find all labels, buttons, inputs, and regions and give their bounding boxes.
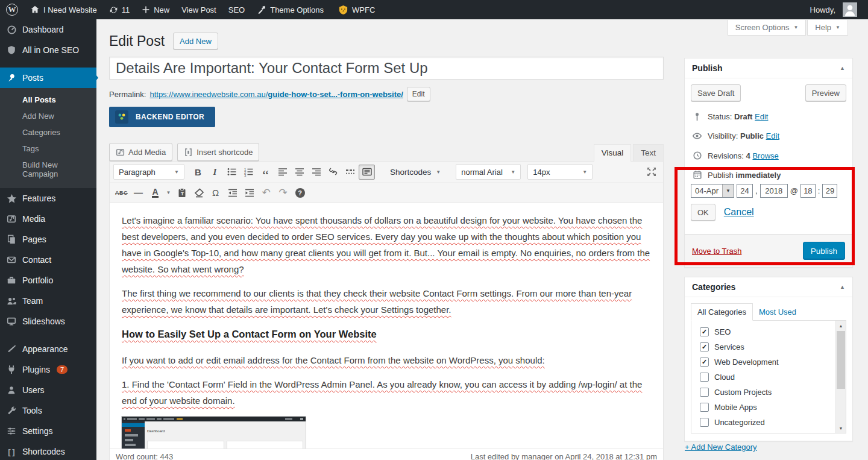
- sidebar-item-posts[interactable]: Posts: [0, 68, 96, 88]
- align-left-button[interactable]: [274, 165, 291, 180]
- clear-formatting-button[interactable]: [190, 185, 207, 200]
- sidebar-item-all-in-one-seo[interactable]: All in One SEO: [0, 40, 96, 60]
- paste-as-text-button[interactable]: T: [174, 185, 190, 200]
- minute-input[interactable]: 29: [822, 184, 837, 198]
- categories-panel-header[interactable]: Categories ▲: [685, 277, 852, 297]
- blockquote-button[interactable]: “: [257, 165, 274, 180]
- edit-visibility-link[interactable]: Edit: [766, 131, 779, 140]
- indent-button[interactable]: [241, 185, 257, 200]
- horizontal-rule-button[interactable]: —: [130, 185, 146, 200]
- bold-button[interactable]: B: [190, 165, 206, 180]
- collapse-icon[interactable]: ▲: [840, 65, 845, 71]
- align-center-button[interactable]: [291, 165, 307, 180]
- numbered-list-button[interactable]: 123: [241, 165, 257, 180]
- checkbox[interactable]: [700, 342, 709, 351]
- strikethrough-button[interactable]: ABC: [113, 185, 130, 200]
- checkbox[interactable]: [700, 373, 709, 382]
- submenu-tags[interactable]: Tags: [0, 140, 96, 157]
- seo-menu[interactable]: SEO: [222, 0, 251, 19]
- special-character-button[interactable]: Ω: [207, 185, 224, 200]
- submenu-categories[interactable]: Categories: [0, 124, 96, 140]
- sidebar-item-contact[interactable]: Contact: [0, 250, 96, 270]
- bullet-list-button[interactable]: [224, 165, 240, 180]
- scroll-up-arrow[interactable]: ▲: [836, 321, 846, 330]
- italic-button[interactable]: I: [207, 165, 223, 180]
- link-button[interactable]: [325, 165, 341, 180]
- editor-content[interactable]: Let's imagine a familiar scenario: You h…: [110, 203, 663, 449]
- sidebar-item-portfolio[interactable]: Portfolio: [0, 270, 96, 291]
- permalink-edit-button[interactable]: Edit: [407, 87, 430, 101]
- new-menu[interactable]: New: [136, 0, 175, 19]
- shortcodes-dropdown[interactable]: Shortcodes▼: [384, 165, 447, 180]
- tab-all-categories[interactable]: All Categories: [691, 303, 753, 321]
- scroll-down-arrow[interactable]: ▼: [836, 423, 846, 433]
- publish-button[interactable]: Publish: [803, 242, 845, 260]
- font-family-select[interactable]: normal Arial▼: [456, 164, 521, 180]
- insert-shortcode-button[interactable]: Insert shortcode: [177, 143, 259, 161]
- sidebar-item-tools[interactable]: Tools: [0, 400, 96, 421]
- scrollbar-thumb[interactable]: [837, 331, 845, 389]
- publish-panel-header[interactable]: Publish ▲: [685, 58, 852, 78]
- help-button[interactable]: Help▼: [807, 20, 848, 36]
- month-select[interactable]: 04-Apr ▼: [691, 184, 734, 198]
- year-input[interactable]: 2018: [760, 184, 788, 198]
- day-input[interactable]: 24: [737, 184, 753, 198]
- post-title-input[interactable]: [109, 57, 664, 80]
- add-new-category-link[interactable]: + Add New Category: [685, 443, 757, 452]
- updates-menu[interactable]: 11: [103, 0, 136, 19]
- sidebar-item-plugins[interactable]: Plugins 7: [0, 359, 96, 380]
- wpfc-menu[interactable]: WPFC: [332, 0, 381, 19]
- preview-button[interactable]: Preview: [805, 84, 846, 101]
- browse-revisions-link[interactable]: Browse: [752, 151, 778, 160]
- checkbox[interactable]: [700, 418, 709, 427]
- screen-options-button[interactable]: Screen Options▼: [728, 20, 807, 36]
- font-size-select[interactable]: 14px▼: [527, 164, 593, 180]
- site-name-menu[interactable]: I Need Website: [24, 0, 103, 19]
- outdent-button[interactable]: [224, 185, 241, 200]
- sidebar-item-settings[interactable]: Settings: [0, 421, 96, 441]
- paragraph-format-select[interactable]: Paragraph▼: [113, 164, 184, 180]
- checkbox[interactable]: [700, 327, 709, 336]
- fullscreen-button[interactable]: [643, 165, 659, 180]
- redo-button[interactable]: ↷: [275, 185, 291, 200]
- howdy-menu[interactable]: Howdy,: [804, 2, 863, 17]
- add-new-button[interactable]: Add New: [173, 33, 218, 49]
- text-color-dropdown[interactable]: ▼: [164, 185, 173, 200]
- undo-button[interactable]: ↶: [258, 185, 274, 200]
- permalink-link[interactable]: https://www.ineedwebsite.com.au/guide-ho…: [149, 90, 403, 99]
- checkbox[interactable]: [700, 358, 709, 367]
- edit-status-link[interactable]: Edit: [755, 112, 768, 121]
- submenu-all-posts[interactable]: All Posts: [0, 92, 96, 108]
- text-color-button[interactable]: A: [147, 185, 163, 200]
- wordpress-menu[interactable]: W: [0, 0, 24, 19]
- save-draft-button[interactable]: Save Draft: [691, 84, 741, 101]
- cancel-link[interactable]: Cancel: [724, 207, 754, 218]
- submenu-add-new[interactable]: Add New: [0, 108, 96, 124]
- help-icon-button[interactable]: ?: [292, 185, 308, 200]
- align-right-button[interactable]: [308, 165, 324, 180]
- sidebar-item-features[interactable]: Features: [0, 188, 96, 209]
- tab-text[interactable]: Text: [633, 144, 664, 161]
- sidebar-item-dashboard[interactable]: Dashboard: [0, 19, 96, 40]
- ok-button[interactable]: OK: [691, 204, 715, 221]
- sidebar-item-shortcodes[interactable]: [ ] Shortcodes: [0, 441, 96, 460]
- tab-most-used[interactable]: Most Used: [753, 304, 802, 320]
- checkbox[interactable]: [700, 403, 709, 412]
- scrollbar[interactable]: ▲ ▼: [835, 321, 846, 433]
- checkbox[interactable]: [700, 433, 709, 433]
- add-media-button[interactable]: Add Media: [109, 143, 172, 161]
- view-post-menu[interactable]: View Post: [175, 0, 222, 19]
- read-more-button[interactable]: [342, 165, 358, 180]
- sidebar-item-users[interactable]: Users: [0, 380, 96, 400]
- hour-input[interactable]: 18: [800, 184, 816, 198]
- sidebar-item-team[interactable]: Team: [0, 291, 96, 311]
- checkbox[interactable]: [700, 388, 709, 397]
- embedded-screenshot-image[interactable]: Dashboard At a Glance Activi: [122, 417, 306, 449]
- sidebar-item-appearance[interactable]: Appearance: [0, 339, 96, 359]
- backend-editor-button[interactable]: BACKEND EDITOR: [109, 107, 215, 127]
- sidebar-item-pages[interactable]: Pages: [0, 229, 96, 250]
- move-to-trash-link[interactable]: Move to Trash: [692, 247, 741, 256]
- tab-visual[interactable]: Visual: [594, 144, 632, 162]
- submenu-build-new-campaign[interactable]: Build New Campaign: [0, 157, 96, 182]
- sidebar-item-media[interactable]: Media: [0, 209, 96, 229]
